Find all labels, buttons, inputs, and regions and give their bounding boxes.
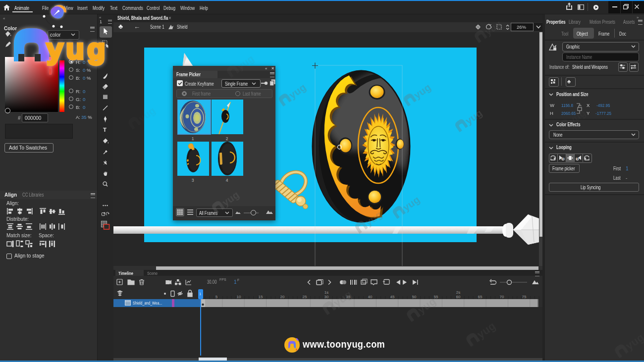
svg-text:65: 65 [478,295,483,299]
svg-text:5: 5 [215,295,218,299]
svg-text:10: 10 [237,295,241,299]
svg-text:1s: 1s [324,290,328,295]
svg-text:20: 20 [280,295,285,299]
svg-text:50: 50 [412,295,417,299]
svg-text:45: 45 [390,295,395,299]
svg-text:1: 1 [192,136,194,141]
svg-text:15: 15 [259,295,263,299]
svg-text:70: 70 [500,295,504,299]
svg-text:60: 60 [456,295,461,299]
svg-text:2s: 2s [456,290,460,295]
svg-text:40: 40 [368,295,373,299]
svg-text:2: 2 [226,136,228,141]
svg-text:55: 55 [434,295,438,299]
svg-text:4: 4 [226,178,228,183]
svg-text:0: 0 [577,157,579,160]
svg-text:75: 75 [522,295,527,299]
svg-text:3: 3 [192,178,194,183]
svg-text:30: 30 [324,295,329,299]
svg-text:35: 35 [346,295,351,299]
svg-text:0: 0 [562,157,564,160]
svg-text:25: 25 [303,295,307,299]
